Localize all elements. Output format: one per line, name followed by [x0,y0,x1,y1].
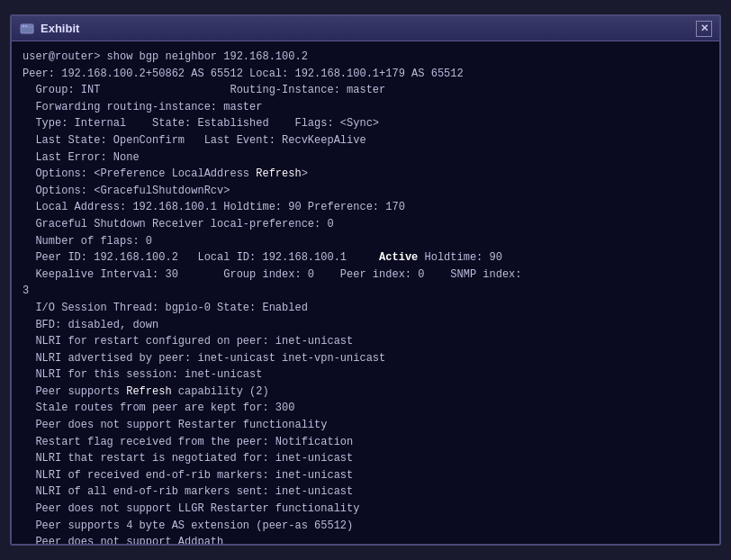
svg-rect-2 [23,25,24,26]
svg-rect-3 [25,25,27,26]
window-icon [19,21,35,37]
terminal-content: user@router> show bgp neighbor 192.168.1… [12,41,719,544]
exhibit-window: Exhibit ✕ user@router> show bgp neighbor… [10,14,721,546]
title-bar: Exhibit ✕ [12,16,719,41]
close-button[interactable]: ✕ [696,21,712,37]
terminal-output: user@router> show bgp neighbor 192.168.1… [23,49,708,544]
window-title: Exhibit [41,22,696,35]
